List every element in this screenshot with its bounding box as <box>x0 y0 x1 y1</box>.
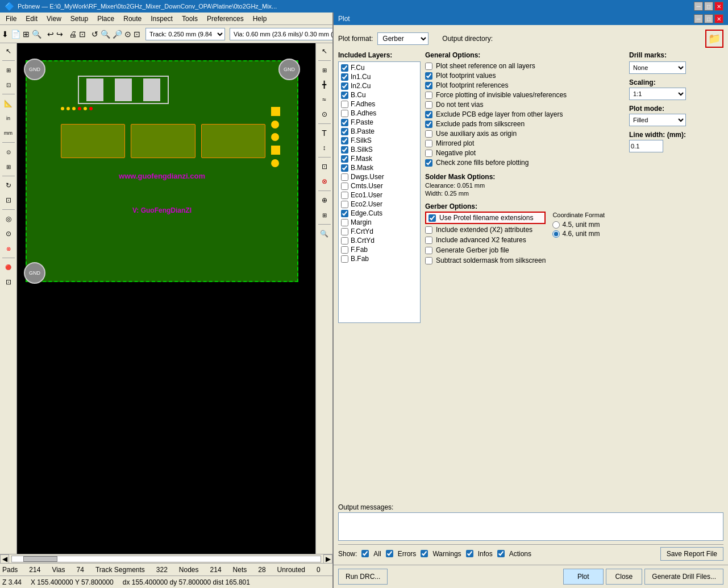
menu-inspect[interactable]: Inspect <box>146 14 177 24</box>
layer-checkbox-fmask[interactable] <box>341 155 348 163</box>
layer-checkbox-ffab[interactable] <box>341 246 348 254</box>
layers-list[interactable]: F.CuIn1.CuIn2.CuB.CuF.AdhesB.AdhesF.Past… <box>338 61 421 323</box>
general-option-checkbox-7[interactable] <box>425 130 432 138</box>
layer-checkbox-bfab[interactable] <box>341 255 348 263</box>
gerber-option-checkbox-2[interactable] <box>425 237 432 244</box>
footprint-tool[interactable]: ⊞ <box>2 160 15 173</box>
layer-checkbox-edgecuts[interactable] <box>341 210 348 217</box>
mm-tool[interactable]: mm <box>2 126 15 140</box>
general-option-checkbox-0[interactable] <box>425 63 432 70</box>
menu-place[interactable]: Place <box>93 14 119 24</box>
redo-button[interactable]: ↪ <box>56 27 64 41</box>
menu-preferences[interactable]: Preferences <box>202 14 248 24</box>
layer-checkbox-eco2user[interactable] <box>341 201 348 208</box>
layer-checkbox-in2cu[interactable] <box>341 82 348 90</box>
copper-tool[interactable]: ◎ <box>2 212 15 226</box>
coord-46-radio[interactable] <box>552 230 560 238</box>
layer-checkbox-fcrtyd[interactable] <box>341 228 348 235</box>
toolbar-btn-3[interactable]: ⊞ <box>22 27 30 41</box>
show-warnings-checkbox[interactable] <box>421 550 428 557</box>
via-select[interactable]: Via: 0.60 mm (23.6 mils)/ 0.30 mm (11.8 … <box>230 28 343 40</box>
layer-checkbox-in1cu[interactable] <box>341 73 348 81</box>
plot-maximize[interactable]: □ <box>704 14 713 23</box>
toolbar-btn-1[interactable]: ⬇ <box>1 27 9 41</box>
layer-checkbox-eco1user[interactable] <box>341 192 348 199</box>
gerber-option-checkbox-3[interactable] <box>425 247 432 254</box>
rt-origin[interactable]: ⊕ <box>318 193 331 207</box>
general-option-checkbox-2[interactable] <box>425 82 432 89</box>
layer-checkbox-fpaste[interactable] <box>341 119 348 126</box>
toolbar-btn-4[interactable]: 🔍 <box>31 27 42 41</box>
track-select[interactable]: Track: 0.250 mm (9.84 mils) * <box>145 28 225 40</box>
menu-view[interactable]: View <box>42 14 66 24</box>
gerber-option-checkbox-1[interactable] <box>425 226 432 234</box>
h-scroll-thumb[interactable] <box>23 556 57 562</box>
menu-file[interactable]: File <box>1 14 21 24</box>
run-drc-button[interactable]: Run DRC... <box>338 569 388 585</box>
plot-minimize[interactable]: ─ <box>694 14 703 23</box>
general-option-checkbox-8[interactable] <box>425 140 432 147</box>
close-button-plot[interactable]: Close <box>606 569 643 585</box>
highlight-tool[interactable]: ⊡ <box>2 275 15 289</box>
layer-checkbox-fcu[interactable] <box>341 64 348 72</box>
maximize-button[interactable]: □ <box>704 2 713 11</box>
output-messages-box[interactable] <box>338 512 723 541</box>
rt-delete[interactable]: ⊗ <box>318 175 331 188</box>
general-option-checkbox-4[interactable] <box>425 101 432 109</box>
show-errors-checkbox[interactable] <box>386 550 393 557</box>
minimize-button[interactable]: ─ <box>694 2 703 11</box>
gerber-option-checkbox-0[interactable] <box>429 214 436 222</box>
rt-route-diff[interactable]: ≈ <box>318 93 331 106</box>
menu-tools[interactable]: Tools <box>177 14 202 24</box>
inch-tool[interactable]: in <box>2 111 15 125</box>
flip-tool[interactable]: ⊡ <box>2 193 15 207</box>
zoom-area-button[interactable]: ⊡ <box>133 27 141 41</box>
general-option-checkbox-1[interactable] <box>425 72 432 80</box>
rt-grid[interactable]: ⊞ <box>318 208 331 222</box>
general-option-checkbox-10[interactable] <box>425 159 432 167</box>
net-tool[interactable]: ⊡ <box>2 78 15 92</box>
copy-button[interactable]: ⊡ <box>78 27 86 41</box>
layer-checkbox-fadhes[interactable] <box>341 101 348 108</box>
zone-tool[interactable]: ⊗ <box>2 242 15 255</box>
general-option-checkbox-3[interactable] <box>425 92 432 99</box>
rt-add-via[interactable]: ⊙ <box>318 107 331 121</box>
menu-setup[interactable]: Setup <box>66 14 93 24</box>
refresh-button[interactable]: ↺ <box>91 27 99 41</box>
h-scrollbar[interactable]: ◀ ▶ <box>0 554 332 563</box>
layer-checkbox-cmtsuser[interactable] <box>341 183 348 190</box>
h-scroll-track[interactable] <box>11 556 321 562</box>
rt-dimension[interactable]: ↕ <box>318 141 331 155</box>
browse-output-dir-button[interactable]: 📁 <box>705 30 723 48</box>
layer-checkbox-badhes[interactable] <box>341 110 348 117</box>
rt-add-text[interactable]: T <box>318 126 331 140</box>
general-option-checkbox-6[interactable] <box>425 121 432 128</box>
layer-checkbox-bmask[interactable] <box>341 164 348 172</box>
measure-tool[interactable]: 📐 <box>2 97 15 110</box>
design-rules-tool[interactable]: 🔴 <box>2 260 15 274</box>
rt-add-footprint[interactable]: ⊞ <box>318 63 331 77</box>
plot-mode-select[interactable]: FilledSketch <box>629 114 686 126</box>
layer-checkbox-bcu[interactable] <box>341 92 348 99</box>
scaling-select[interactable]: 1:11:22:1 <box>629 88 686 100</box>
rt-copper-zone[interactable]: ⊡ <box>318 160 331 173</box>
layer-checkbox-dwgsuser[interactable] <box>341 173 348 181</box>
format-select[interactable]: Gerber <box>377 32 429 45</box>
grid-tool[interactable]: ⊞ <box>2 63 15 77</box>
layer-checkbox-fsilks[interactable] <box>341 137 348 144</box>
show-actions-checkbox[interactable] <box>497 550 505 557</box>
plot-button[interactable]: Plot <box>563 569 604 585</box>
general-option-checkbox-5[interactable] <box>425 111 432 118</box>
zoom-fit-button[interactable]: ⊙ <box>124 27 132 41</box>
select-tool[interactable]: ↖ <box>2 44 15 58</box>
save-report-button[interactable]: Save Report File <box>660 547 723 561</box>
scroll-left-btn[interactable]: ◀ <box>0 554 9 564</box>
rotate-tool[interactable]: ↻ <box>2 179 15 192</box>
zoom-out-button[interactable]: 🔎 <box>112 27 123 41</box>
menu-edit[interactable]: Edit <box>21 14 42 24</box>
pcb-canvas[interactable]: GND GND GND <box>17 43 315 554</box>
rt-route-track[interactable]: ╋ <box>318 78 331 92</box>
line-width-input[interactable] <box>629 140 663 152</box>
plot-close[interactable]: ✕ <box>714 14 723 23</box>
layer-checkbox-bpaste[interactable] <box>341 128 348 135</box>
